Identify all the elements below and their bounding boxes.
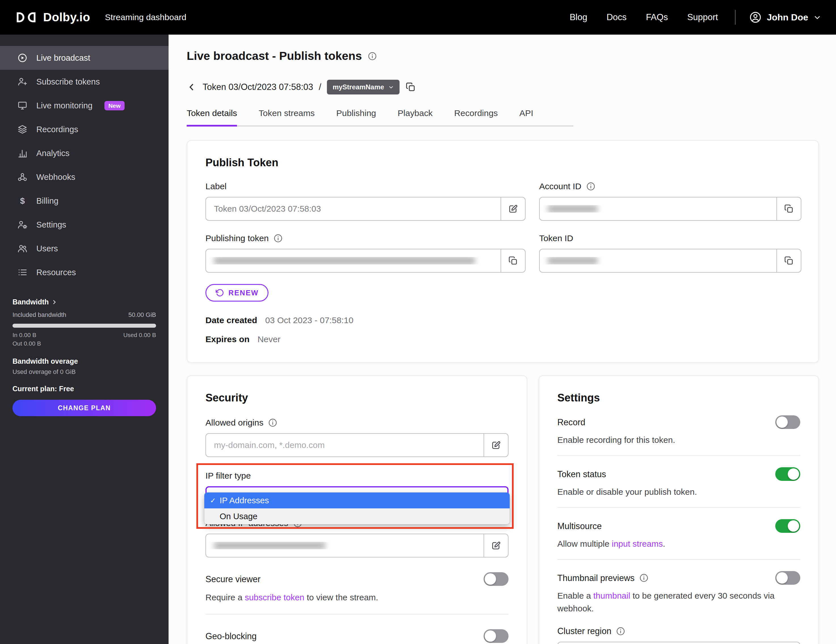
topbar: Dolby.io Streaming dashboard Blog Docs F… bbox=[0, 0, 836, 34]
tab-publishing[interactable]: Publishing bbox=[336, 108, 376, 126]
layers-icon bbox=[17, 124, 28, 135]
sidebar-item-resources[interactable]: Resources bbox=[0, 261, 168, 284]
secure-viewer-toggle[interactable] bbox=[483, 572, 508, 586]
nav-faqs[interactable]: FAQs bbox=[646, 12, 668, 23]
copy-account-id-button[interactable] bbox=[777, 197, 801, 220]
record-row: Record Enable recording for this token. bbox=[557, 415, 800, 446]
token-id-redacted-value bbox=[548, 257, 598, 264]
topbar-divider bbox=[735, 10, 736, 25]
input-streams-link[interactable]: input streams bbox=[612, 539, 663, 548]
allowed-origins-input[interactable] bbox=[206, 440, 483, 450]
user-menu[interactable]: John Doe bbox=[749, 11, 821, 24]
edit-icon bbox=[491, 540, 501, 551]
top-nav: Blog Docs FAQs Support John Doe bbox=[550, 10, 821, 25]
allowed-origins-label: Allowed origins bbox=[206, 417, 263, 427]
included-bandwidth-label: Included bandwidth bbox=[13, 311, 66, 319]
divider bbox=[557, 455, 800, 456]
sidebar-item-billing[interactable]: $ Billing bbox=[0, 189, 168, 213]
date-created-value: 03 Oct 2023 - 07:58:10 bbox=[265, 315, 353, 325]
info-icon[interactable] bbox=[616, 626, 625, 636]
sidebar-item-recordings[interactable]: Recordings bbox=[0, 117, 168, 141]
sidebar-item-label: Billing bbox=[36, 196, 59, 206]
account-id-redacted-value bbox=[548, 205, 598, 212]
nav-support[interactable]: Support bbox=[687, 12, 718, 23]
tab-recordings[interactable]: Recordings bbox=[454, 108, 498, 126]
copy-stream-name-button[interactable] bbox=[405, 82, 416, 93]
dropdown-option-on-usage[interactable]: On Usage bbox=[204, 509, 509, 524]
cluster-region-select[interactable]: Use account default bbox=[557, 642, 800, 644]
included-bandwidth-value: 50.00 GiB bbox=[128, 311, 156, 319]
settings-card: Settings Record Enable recording for thi… bbox=[539, 375, 819, 644]
nav-docs[interactable]: Docs bbox=[606, 12, 627, 23]
sidebar-item-live-monitoring[interactable]: Live monitoring New bbox=[0, 94, 168, 117]
info-icon[interactable] bbox=[268, 418, 278, 427]
label-field-group: Label bbox=[206, 181, 526, 221]
stream-name-chip[interactable]: myStreamName bbox=[327, 80, 399, 95]
divider bbox=[557, 507, 800, 508]
record-toggle[interactable] bbox=[775, 415, 800, 429]
geo-blocking-toggle[interactable] bbox=[483, 629, 508, 643]
sidebar-item-label: Live broadcast bbox=[36, 53, 90, 63]
edit-label-button[interactable] bbox=[501, 197, 525, 220]
sidebar-item-label: Webhooks bbox=[36, 173, 75, 182]
tab-playback[interactable]: Playback bbox=[398, 108, 433, 126]
tab-api[interactable]: API bbox=[519, 108, 533, 126]
sidebar-item-live-broadcast[interactable]: Live broadcast bbox=[0, 46, 168, 70]
sidebar-item-label: Resources bbox=[36, 268, 76, 277]
copy-token-id-button[interactable] bbox=[777, 249, 801, 272]
info-icon[interactable] bbox=[273, 233, 283, 243]
thumbnail-toggle[interactable] bbox=[775, 571, 800, 585]
info-icon[interactable] bbox=[639, 573, 649, 583]
cluster-region-label: Cluster region bbox=[557, 626, 611, 636]
current-plan: Current plan: Free bbox=[13, 385, 156, 393]
thumbnail-link[interactable]: thumbnail bbox=[593, 591, 630, 600]
nav-blog[interactable]: Blog bbox=[570, 12, 587, 23]
sidebar-item-users[interactable]: Users bbox=[0, 236, 168, 261]
thumbnail-row: Thumbnail previews Enable a thumbnail to… bbox=[557, 571, 800, 615]
renew-button[interactable]: RENEW bbox=[206, 284, 268, 302]
multisource-toggle[interactable] bbox=[775, 519, 800, 533]
token-status-toggle[interactable] bbox=[775, 467, 800, 481]
bandwidth-overage-detail: Used overage of 0 GiB bbox=[13, 368, 156, 376]
copy-icon bbox=[784, 204, 794, 214]
token-id-field-group: Token ID bbox=[539, 233, 802, 272]
expires-value: Never bbox=[257, 334, 280, 344]
tab-token-streams[interactable]: Token streams bbox=[258, 108, 315, 126]
publishing-token-field-group: Publishing token bbox=[206, 233, 526, 272]
info-icon[interactable] bbox=[367, 51, 377, 61]
dropdown-option-ip-addresses[interactable]: ✓ IP Addresses bbox=[204, 492, 509, 509]
change-plan-button[interactable]: CHANGE PLAN bbox=[13, 400, 156, 416]
sidebar-item-analytics[interactable]: Analytics bbox=[0, 141, 168, 165]
sidebar-item-webhooks[interactable]: Webhooks bbox=[0, 165, 168, 189]
sidebar-item-subscribe-tokens[interactable]: Subscribe tokens bbox=[0, 70, 168, 94]
dolby-logo[interactable]: Dolby.io bbox=[15, 10, 90, 24]
edit-allowed-origins-button[interactable] bbox=[484, 434, 508, 457]
copy-publishing-token-button[interactable] bbox=[501, 249, 525, 272]
renew-icon bbox=[216, 289, 224, 297]
bandwidth-in: In 0.00 B bbox=[13, 332, 36, 339]
divider bbox=[557, 559, 800, 560]
label-input[interactable] bbox=[206, 204, 501, 214]
expires-label: Expires on bbox=[206, 334, 250, 344]
brand-name: Dolby.io bbox=[43, 10, 90, 24]
security-heading: Security bbox=[206, 392, 508, 404]
webhook-icon bbox=[17, 172, 28, 183]
info-icon[interactable] bbox=[586, 182, 596, 191]
label-field-label: Label bbox=[206, 181, 227, 191]
product-name: Streaming dashboard bbox=[105, 13, 186, 22]
ip-filter-type-label: IP filter type bbox=[206, 471, 251, 481]
copy-icon bbox=[405, 82, 416, 93]
secure-viewer-label: Secure viewer bbox=[206, 574, 261, 584]
bandwidth-title-label: Bandwidth bbox=[13, 298, 49, 306]
person-token-icon bbox=[17, 76, 28, 87]
subscribe-token-link[interactable]: subscribe token bbox=[245, 593, 304, 602]
back-chevron-icon[interactable] bbox=[187, 82, 197, 92]
new-badge: New bbox=[104, 101, 124, 110]
page-title: Live broadcast - Publish tokens bbox=[187, 49, 362, 63]
dollar-icon: $ bbox=[17, 196, 28, 206]
tab-token-details[interactable]: Token details bbox=[187, 108, 237, 126]
bandwidth-title[interactable]: Bandwidth bbox=[13, 298, 156, 306]
edit-allowed-ips-button[interactable] bbox=[484, 534, 508, 557]
dolby-mark-icon bbox=[15, 11, 38, 24]
sidebar-item-settings[interactable]: Settings bbox=[0, 213, 168, 236]
